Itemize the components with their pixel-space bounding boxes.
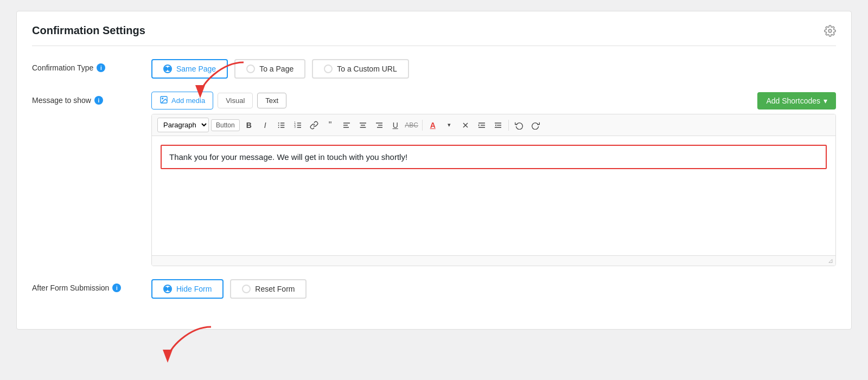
svg-point-10 [278,127,279,128]
confirmation-type-row: Confirmation Type i Same Page To a Page [32,59,836,79]
message-info-icon[interactable]: i [94,96,103,105]
align-right-button[interactable] [372,118,386,132]
divider [32,46,836,46]
svg-point-2 [828,29,832,33]
add-shortcodes-button[interactable]: Add Shortcodes ▾ [757,92,836,110]
strikethrough-button[interactable]: ABC [405,118,419,132]
add-media-button[interactable]: Add media [151,92,213,110]
text-color-button[interactable]: A [426,118,440,132]
clear-formatting-button[interactable] [458,118,473,132]
editor-toolbar: Paragraph Button B I 123 [152,114,835,136]
radio-same-page[interactable]: Same Page [151,59,228,79]
visual-tab-button[interactable]: Visual [218,93,253,108]
radio-to-a-page[interactable]: To a Page [234,59,305,79]
svg-text:3: 3 [294,126,296,128]
radio-dot-to-a-page [246,65,255,73]
color-palette-button[interactable]: ▾ [442,118,456,132]
radio-dot-custom-url [324,65,333,73]
radio-dot-hide-form [163,285,172,293]
radio-group-confirmation-type: Same Page To a Page To a Custom URL [151,59,836,79]
text-tab-button[interactable]: Text [257,93,286,108]
bold-button[interactable]: B [242,118,256,132]
editor-content-area[interactable]: Thank you for your message. We will get … [152,136,835,255]
outdent-button[interactable] [491,118,505,132]
arrow-after-submission [157,321,222,365]
indent-button[interactable] [475,118,489,132]
radio-reset-form[interactable]: Reset Form [230,279,307,299]
editor-text-content[interactable]: Thank you for your message. We will get … [161,145,827,169]
toolbar-separator-2 [508,120,509,131]
submission-radio-group: Hide Form Reset Form [151,279,836,299]
confirmation-type-label: Confirmation Type i [32,59,151,72]
toolbar-separator-1 [422,120,423,131]
message-toolbar-left: Add media Visual Text [151,92,286,110]
blockquote-button[interactable]: " [323,118,337,132]
align-center-button[interactable] [356,118,370,132]
numbered-list-button[interactable]: 123 [291,118,305,132]
svg-point-4 [162,98,163,99]
confirmation-type-options: Same Page To a Page To a Custom URL [151,59,836,79]
svg-line-36 [495,125,496,126]
after-submission-row: After Form Submission i Hide Form Reset … [32,279,836,299]
svg-line-31 [478,125,479,126]
panel-title: Confirmation Settings [32,24,145,37]
align-left-button[interactable] [340,118,354,132]
message-to-show-row: Message to show i Add media [32,92,836,266]
message-content-area: Add media Visual Text Add Shortcodes ▾ [151,92,836,266]
after-submission-label: After Form Submission i [32,279,151,292]
media-icon [159,95,168,106]
undo-button[interactable] [512,118,526,132]
underline-button[interactable]: U [388,118,403,132]
resize-icon: ⊿ [828,257,833,265]
link-button[interactable] [307,118,321,132]
editor-container: Paragraph Button B I 123 [151,114,836,266]
paragraph-select[interactable]: Paragraph [157,118,209,132]
after-submission-options: Hide Form Reset Form [151,279,836,299]
italic-button[interactable]: I [258,118,272,132]
chevron-down-icon: ▾ [824,96,827,105]
radio-dot-same-page [163,65,172,73]
radio-dot-reset-form [242,285,251,293]
radio-to-custom-url[interactable]: To a Custom URL [312,59,409,79]
editor-resize-handle[interactable]: ⊿ [152,255,835,266]
message-to-show-label: Message to show i [32,92,151,105]
gear-icon[interactable] [824,25,836,37]
radio-hide-form[interactable]: Hide Form [151,279,224,299]
message-toolbar: Add media Visual Text Add Shortcodes ▾ [151,92,836,110]
svg-point-9 [278,125,279,126]
after-submission-info-icon[interactable]: i [112,284,121,292]
bullet-list-button[interactable] [275,118,289,132]
panel-header: Confirmation Settings [32,24,836,37]
button-style-btn[interactable]: Button [211,119,240,131]
redo-button[interactable] [528,118,542,132]
confirmation-settings-panel: Confirmation Settings Confirmation Type … [16,11,852,330]
confirmation-type-info-icon[interactable]: i [97,63,105,72]
svg-point-8 [278,123,279,124]
